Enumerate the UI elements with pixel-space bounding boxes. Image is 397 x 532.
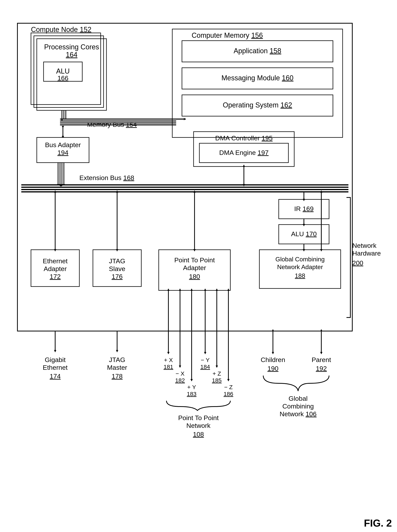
svg-marker-65	[116, 350, 118, 352]
svg-marker-56	[54, 249, 56, 252]
plus-x-num: 181	[164, 364, 173, 370]
processing-cores-num: 164	[66, 51, 77, 59]
operating-system-num: 162	[280, 101, 292, 109]
svg-marker-80	[216, 288, 218, 291]
jtag-master-label2: Master	[107, 364, 127, 371]
ptp-network-num: 108	[193, 431, 204, 438]
minus-y-label: − Y	[201, 357, 210, 363]
gcn-label: Global	[289, 395, 308, 402]
extension-bus-num: 168	[123, 174, 134, 181]
svg-marker-22	[62, 135, 64, 137]
plus-z-label: + Z	[212, 370, 221, 377]
computer-memory-num: 156	[251, 31, 263, 39]
plus-y-label: + Y	[187, 384, 196, 390]
svg-marker-82	[227, 379, 230, 381]
gcn-label3: Network 106	[280, 410, 317, 418]
gcn-num: 106	[306, 410, 317, 418]
dma-controller-num: 195	[262, 134, 273, 142]
bus-adapter-label: Bus Adapter	[45, 141, 81, 148]
jtag-master-num: 178	[112, 372, 123, 380]
svg-marker-88	[320, 352, 323, 354]
alu2-label: ALU 170	[291, 230, 317, 238]
svg-marker-89	[320, 329, 323, 331]
compute-node-label: Compute Node 152	[31, 25, 91, 33]
compute-node-num: 152	[80, 25, 91, 33]
ir-num: 169	[303, 205, 314, 212]
alu2-num: 170	[306, 230, 317, 238]
jtag-slave-label: JTAG	[109, 257, 125, 265]
minus-z-label: − Z	[224, 384, 233, 390]
svg-marker-85	[272, 352, 274, 354]
application-label: Application 158	[234, 47, 281, 55]
diagram-svg: Compute Node 152 Computer Memory 156 App…	[12, 12, 379, 519]
svg-marker-48	[320, 249, 323, 252]
svg-marker-21	[62, 126, 64, 128]
gigabit-ethernet-label: Gigabit	[45, 356, 66, 363]
svg-marker-43	[303, 199, 305, 201]
svg-marker-46	[303, 249, 305, 252]
extension-bus-label: Extension Bus 168	[79, 174, 134, 181]
plus-y-num: 183	[187, 391, 197, 397]
svg-marker-74	[191, 288, 193, 291]
svg-marker-76	[204, 352, 206, 354]
page: Compute Node 152 Computer Memory 156 App…	[0, 0, 397, 532]
svg-marker-36	[243, 165, 245, 167]
computer-memory-label: Computer Memory 156	[192, 31, 263, 39]
svg-marker-71	[179, 288, 181, 291]
dma-engine-label: DMA Engine 197	[219, 149, 268, 156]
operating-system-label: Operating System 162	[223, 101, 292, 109]
jtag-slave-num: 176	[112, 273, 123, 280]
minus-y-num: 184	[200, 364, 210, 370]
minus-x-label: − X	[176, 370, 185, 377]
svg-marker-86	[272, 329, 274, 331]
global-combining-label: Global Combining	[275, 256, 325, 263]
ptp-adapter-label2: Adapter	[183, 264, 206, 272]
svg-marker-70	[179, 365, 181, 368]
global-combining-num: 188	[295, 272, 305, 279]
svg-marker-68	[167, 288, 170, 291]
network-hardware-num: 200	[352, 259, 363, 266]
alu-num: 166	[57, 74, 68, 82]
gcn-label2: Combining	[282, 402, 314, 410]
messaging-module-label: Messaging Module 160	[221, 74, 293, 82]
ptp-network-label: Point To Point	[178, 414, 219, 421]
network-hardware-label: Network	[352, 242, 377, 249]
ptp-network-label2: Network	[186, 422, 211, 429]
gigabit-ethernet-label2: Ethernet	[43, 364, 68, 371]
ethernet-adapter-label: Ethernet	[43, 257, 68, 265]
minus-z-num: 186	[223, 391, 233, 397]
diagram-area: Compute Node 152 Computer Memory 156 App…	[12, 12, 379, 519]
gigabit-ethernet-num: 174	[50, 372, 61, 380]
jtag-master-label: JTAG	[109, 356, 125, 363]
ptp-adapter-label: Point To Point	[174, 256, 215, 264]
application-num: 158	[270, 47, 281, 55]
svg-marker-77	[204, 288, 206, 291]
children-label: Children	[261, 356, 285, 363]
plus-x-label: + X	[164, 357, 173, 363]
jtag-slave-label2: Slave	[109, 265, 125, 272]
processing-cores-label: Processing Cores	[44, 43, 99, 51]
ir-label: IR 169	[294, 205, 314, 212]
svg-marker-52	[193, 249, 196, 252]
children-num: 190	[267, 365, 279, 372]
network-hardware-label2: Hardware	[352, 250, 381, 257]
svg-marker-73	[191, 379, 193, 381]
fig-label: FIG. 2	[364, 518, 392, 529]
svg-marker-79	[216, 365, 218, 368]
ethernet-adapter-label2: Adapter	[43, 265, 67, 272]
svg-marker-63	[54, 350, 56, 352]
svg-marker-60	[116, 249, 118, 252]
global-combining-label2: Network Adapter	[277, 264, 323, 271]
dma-engine-num: 197	[258, 149, 269, 156]
minus-x-num: 182	[175, 377, 185, 384]
plus-z-num: 185	[212, 377, 222, 384]
svg-marker-83	[227, 288, 230, 291]
bus-adapter-num: 194	[57, 149, 68, 156]
svg-marker-18	[184, 118, 186, 120]
svg-rect-1	[172, 29, 343, 137]
alu-label: ALU	[56, 67, 70, 75]
ethernet-adapter-num: 172	[50, 273, 61, 280]
parent-label: Parent	[312, 356, 331, 363]
svg-marker-41	[303, 224, 305, 226]
parent-num: 192	[316, 365, 327, 372]
